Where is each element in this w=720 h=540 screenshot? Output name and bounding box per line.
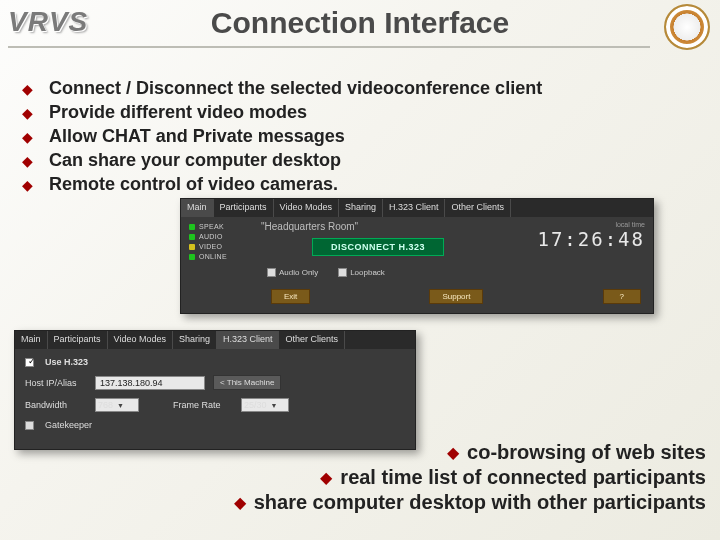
tab-other-clients[interactable]: Other Clients: [445, 199, 511, 217]
this-machine-button[interactable]: < This Machine: [213, 375, 281, 390]
indicator-label: AUDIO: [199, 233, 223, 240]
tab-bar: Main Participants Video Modes Sharing H.…: [15, 331, 415, 349]
indicator-label: VIDEO: [199, 243, 222, 250]
tab-bar: Main Participants Video Modes Sharing H.…: [181, 199, 653, 217]
bullet-text: share computer desktop with other partic…: [254, 491, 706, 514]
bottom-bullet-list: ◆co-browsing of web sites ◆real time lis…: [234, 441, 706, 516]
audio-only-checkbox[interactable]: [267, 268, 276, 277]
bullet-text: Allow CHAT and Private messages: [49, 126, 345, 147]
diamond-icon: ◆: [22, 129, 33, 145]
host-ip-label: Host IP/Alias: [25, 378, 87, 388]
led-icon: [189, 234, 195, 240]
tab-main[interactable]: Main: [181, 199, 214, 217]
diamond-icon: ◆: [320, 468, 332, 487]
host-ip-input[interactable]: [95, 376, 205, 390]
tab-sharing[interactable]: Sharing: [339, 199, 383, 217]
loopback-label: Loopback: [350, 268, 385, 277]
indicator-label: ONLINE: [199, 253, 227, 260]
loopback-checkbox[interactable]: [338, 268, 347, 277]
framerate-select[interactable]: 25/30: [241, 398, 289, 412]
status-indicators: SPEAK AUDIO VIDEO ONLINE: [181, 217, 253, 291]
bullet-text: co-browsing of web sites: [467, 441, 706, 464]
gatekeeper-checkbox[interactable]: [25, 421, 34, 430]
diamond-icon: ◆: [22, 81, 33, 97]
page-title: Connection Interface: [0, 6, 720, 40]
diamond-icon: ◆: [22, 177, 33, 193]
bullet-text: Can share your computer desktop: [49, 150, 341, 171]
tab-h323-client[interactable]: H.323 Client: [383, 199, 446, 217]
bullet-text: Remote control of video cameras.: [49, 174, 338, 195]
header: VRVS Connection Interface: [0, 0, 720, 60]
use-h323-label: Use H.323: [45, 357, 88, 367]
clock-display: 17:26:48: [537, 228, 645, 250]
top-bullet-list: ◆Connect / Disconnect the selected video…: [22, 78, 720, 195]
local-time-label: local time: [503, 221, 645, 228]
led-icon: [189, 254, 195, 260]
diamond-icon: ◆: [234, 493, 246, 512]
framerate-label: Frame Rate: [173, 400, 233, 410]
connection-panel-h323: Main Participants Video Modes Sharing H.…: [14, 330, 416, 450]
tab-video-modes[interactable]: Video Modes: [274, 199, 339, 217]
led-icon: [189, 244, 195, 250]
bullet-text: Provide different video modes: [49, 102, 307, 123]
room-name-label: "Headquarters Room": [261, 221, 495, 232]
bandwidth-label: Bandwidth: [25, 400, 87, 410]
tab-video-modes[interactable]: Video Modes: [108, 331, 173, 349]
diamond-icon: ◆: [447, 443, 459, 462]
diamond-icon: ◆: [22, 105, 33, 121]
exit-button[interactable]: Exit: [271, 289, 310, 304]
tab-participants[interactable]: Participants: [214, 199, 274, 217]
gatekeeper-label: Gatekeeper: [45, 420, 92, 430]
bullet-text: Connect / Disconnect the selected videoc…: [49, 78, 542, 99]
indicator-label: SPEAK: [199, 223, 224, 230]
disconnect-button[interactable]: DISCONNECT H.323: [312, 238, 444, 256]
audio-only-label: Audio Only: [279, 268, 318, 277]
help-button[interactable]: ?: [603, 289, 641, 304]
led-icon: [189, 224, 195, 230]
bullet-text: real time list of connected participants: [340, 466, 706, 489]
tab-participants[interactable]: Participants: [48, 331, 108, 349]
support-button[interactable]: Support: [429, 289, 483, 304]
tab-other-clients[interactable]: Other Clients: [279, 331, 345, 349]
connection-panel-main: Main Participants Video Modes Sharing H.…: [180, 198, 654, 314]
institute-seal-icon: [664, 4, 710, 50]
tab-sharing[interactable]: Sharing: [173, 331, 217, 349]
tab-h323-client[interactable]: H.323 Client: [217, 331, 280, 349]
diamond-icon: ◆: [22, 153, 33, 169]
header-divider: [8, 46, 650, 48]
bandwidth-select[interactable]: 768: [95, 398, 139, 412]
tab-main[interactable]: Main: [15, 331, 48, 349]
